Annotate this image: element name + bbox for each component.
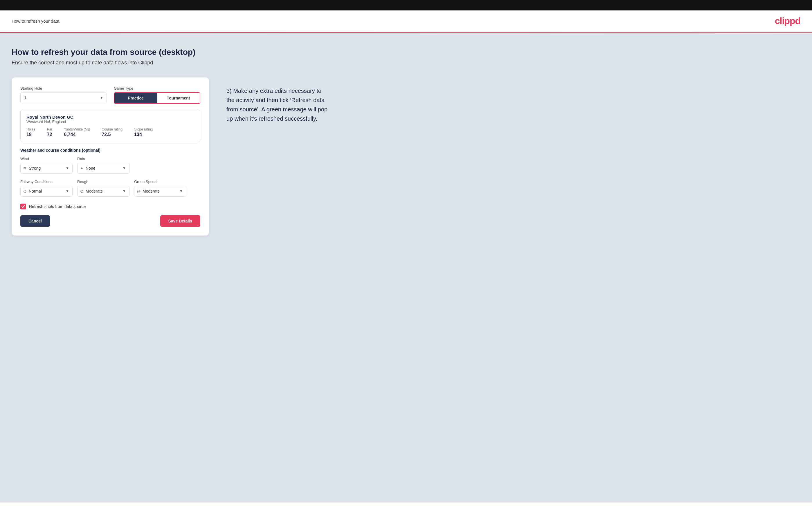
refresh-checkbox-row: Refresh shots from data source <box>20 204 200 210</box>
starting-hole-select[interactable]: 1 10 <box>20 92 107 103</box>
wind-select[interactable]: Strong Light None <box>20 163 72 174</box>
starting-hole-group: Starting Hole 1 10 ▼ <box>20 86 107 104</box>
cancel-button[interactable]: Cancel <box>20 215 50 227</box>
course-location: Westward Ho!, England <box>27 119 194 124</box>
slope-rating-stat: Slope rating 134 <box>134 127 153 137</box>
rough-group: Rough ⊙ Moderate Light Heavy ▼ <box>77 179 130 196</box>
refresh-label: Refresh shots from data source <box>29 204 86 209</box>
green-speed-group: Green Speed ◎ Moderate Slow Fast ▼ <box>134 179 186 196</box>
rough-label: Rough <box>77 179 130 184</box>
main-content: How to refresh your data from source (de… <box>0 33 812 502</box>
fairway-rough-green-row: Fairway Conditions ⊙ Normal Soft Hard ▼ <box>20 179 200 196</box>
page-heading: How to refresh your data from source (de… <box>12 48 800 57</box>
par-stat: Par 72 <box>47 127 53 137</box>
header-title: How to refresh your data <box>12 18 59 23</box>
refresh-checkbox[interactable] <box>20 204 26 210</box>
side-text: 3) Make any extra edits necessary to the… <box>226 77 331 123</box>
page-subheading: Ensure the correct and most up to date d… <box>12 60 800 66</box>
yards-stat: Yards/White (M)) 6,744 <box>64 127 90 137</box>
wind-rain-row: Wind ≋ Strong Light None ▼ Rain <box>20 157 200 174</box>
game-type-toggle: Practice Tournament <box>114 92 200 104</box>
par-label: Par <box>47 127 53 131</box>
logo: clippd <box>775 16 800 26</box>
game-type-label: Game Type <box>114 86 200 91</box>
conditions-title: Weather and course conditions (optional) <box>20 148 200 153</box>
rain-group: Rain ✦ None Light Heavy ▼ <box>77 157 130 174</box>
rain-select[interactable]: None Light Heavy <box>77 163 130 174</box>
rain-label: Rain <box>77 157 130 161</box>
yards-value: 6,744 <box>64 132 90 137</box>
practice-button[interactable]: Practice <box>114 93 157 103</box>
fairway-select[interactable]: Normal Soft Hard <box>20 186 72 196</box>
slope-rating-label: Slope rating <box>134 127 153 131</box>
yards-label: Yards/White (M)) <box>64 127 90 131</box>
top-bar <box>0 0 812 10</box>
starting-hole-select-wrapper[interactable]: 1 10 ▼ <box>20 92 107 103</box>
header: How to refresh your data clippd <box>0 10 812 32</box>
game-type-group: Game Type Practice Tournament <box>114 86 200 104</box>
course-stats: Holes 18 Par 72 Yards/White (M)) 6,744 C… <box>27 127 194 137</box>
holes-stat: Holes 18 <box>27 127 36 137</box>
fairway-group: Fairway Conditions ⊙ Normal Soft Hard ▼ <box>20 179 72 196</box>
course-rating-stat: Course rating 72.5 <box>102 127 122 137</box>
starting-hole-label: Starting Hole <box>20 86 107 91</box>
holes-value: 18 <box>27 132 36 137</box>
top-form-row: Starting Hole 1 10 ▼ Game Type Practice … <box>20 86 200 104</box>
wind-label: Wind <box>20 157 72 161</box>
wind-group: Wind ≋ Strong Light None ▼ <box>20 157 72 174</box>
fairway-label: Fairway Conditions <box>20 179 72 184</box>
slope-rating-value: 134 <box>134 132 153 137</box>
wind-select-wrapper[interactable]: ≋ Strong Light None ▼ <box>20 163 72 174</box>
save-button[interactable]: Save Details <box>160 215 201 227</box>
content-row: Starting Hole 1 10 ▼ Game Type Practice … <box>12 77 800 235</box>
checkmark-icon <box>21 205 25 208</box>
tournament-button[interactable]: Tournament <box>157 93 200 103</box>
rain-select-wrapper[interactable]: ✦ None Light Heavy ▼ <box>77 163 130 174</box>
form-card: Starting Hole 1 10 ▼ Game Type Practice … <box>12 77 209 235</box>
conditions-section: Weather and course conditions (optional)… <box>20 148 200 196</box>
fairway-select-wrapper[interactable]: ⊙ Normal Soft Hard ▼ <box>20 186 72 196</box>
course-name: Royal North Devon GC, <box>27 115 194 119</box>
rough-select-wrapper[interactable]: ⊙ Moderate Light Heavy ▼ <box>77 186 130 196</box>
rough-select[interactable]: Moderate Light Heavy <box>77 186 130 196</box>
par-value: 72 <box>47 132 53 137</box>
footer: Copyright Clippd 2022 <box>0 502 812 507</box>
green-speed-select-wrapper[interactable]: ◎ Moderate Slow Fast ▼ <box>134 186 186 196</box>
side-text-content: 3) Make any extra edits necessary to the… <box>226 86 331 123</box>
course-info-box: Royal North Devon GC, Westward Ho!, Engl… <box>20 110 200 142</box>
course-rating-value: 72.5 <box>102 132 122 137</box>
green-speed-select[interactable]: Moderate Slow Fast <box>134 186 186 196</box>
green-speed-label: Green Speed <box>134 179 186 184</box>
holes-label: Holes <box>27 127 36 131</box>
button-row: Cancel Save Details <box>20 215 200 227</box>
course-rating-label: Course rating <box>102 127 122 131</box>
